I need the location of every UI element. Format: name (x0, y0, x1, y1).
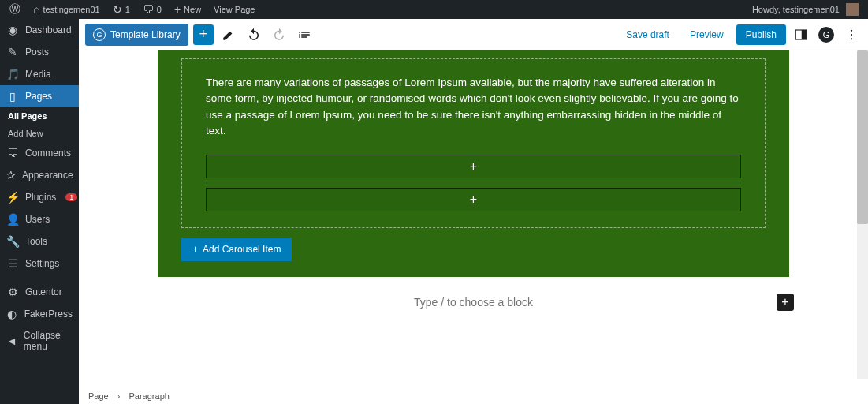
howdy-user[interactable]: Howdy, testingemen01 (747, 3, 863, 16)
user-icon: 👤 (6, 213, 19, 226)
document-outline-button[interactable] (294, 24, 315, 45)
carousel-text: There are many variations of passages of… (206, 75, 741, 139)
carousel-block[interactable]: There are many variations of passages of… (158, 50, 789, 277)
sidebar-item-media[interactable]: 🎵Media (0, 63, 79, 85)
pin-icon: ✎ (6, 46, 19, 58)
admin-sidebar: ◉Dashboard ✎Posts 🎵Media ▯Pages All Page… (0, 19, 79, 404)
paragraph-placeholder: Type / to choose a block (158, 291, 789, 313)
gutentor-icon: ⚙ (6, 286, 19, 298)
page-icon: ▯ (6, 90, 19, 103)
add-carousel-item-button[interactable]: + Add Carousel Item (181, 238, 292, 261)
view-page-link[interactable]: View Page (209, 5, 259, 14)
media-icon: 🎵 (6, 68, 19, 80)
preview-button[interactable]: Preview (682, 24, 732, 45)
svg-point-2 (851, 29, 852, 31)
comment-icon: 🗨 (143, 3, 154, 16)
undo-icon (247, 28, 261, 42)
carousel-body: There are many variations of passages of… (181, 58, 766, 228)
sidebar-item-fakerpress[interactable]: ◐FakerPress (0, 303, 79, 325)
sliders-icon: ☰ (6, 257, 19, 270)
refresh-item[interactable]: ↻1 (108, 3, 135, 16)
list-icon (297, 28, 311, 42)
editor: G Template Library + Save draft Preview … (79, 19, 868, 404)
dashboard-icon: ◉ (6, 24, 19, 36)
brush-icon: ✰ (6, 169, 16, 181)
svg-point-4 (851, 38, 852, 39)
redo-icon (272, 28, 286, 42)
admin-bar: ⓦ ⌂testingemen01 ↻1 🗨0 +New View Page Ho… (0, 0, 868, 19)
plus-icon: + (199, 26, 207, 43)
template-icon: G (93, 28, 106, 41)
sidebar-item-gutentor[interactable]: ⚙Gutentor (0, 281, 79, 303)
site-name: testingemen01 (43, 5, 99, 14)
plug-icon: ⚡ (6, 191, 19, 204)
more-options-button[interactable] (841, 24, 862, 45)
breadcrumb-current[interactable]: Paragraph (129, 391, 170, 401)
gutentor-toolbar-icon: G (818, 27, 834, 43)
chevron-right-icon: › (117, 391, 121, 401)
toolbar-left: G Template Library + (85, 24, 315, 46)
plus-icon: + (781, 295, 788, 309)
sidebar-item-comments[interactable]: 🗨Comments (0, 142, 79, 164)
new-item[interactable]: +New (170, 3, 206, 16)
site-name-link[interactable]: ⌂testingemen01 (28, 3, 105, 16)
gutentor-button[interactable]: G (816, 24, 836, 45)
plus-icon: + (192, 244, 198, 255)
comments-count: 0 (157, 5, 162, 14)
sidebar-subitem-all-pages[interactable]: All Pages (0, 107, 79, 125)
sidebar-item-plugins[interactable]: ⚡Plugins1 (0, 186, 79, 208)
admin-bar-right: Howdy, testingemen01 (747, 3, 863, 16)
avatar-icon (846, 3, 859, 16)
sidebar-item-appearance[interactable]: ✰Appearance (0, 164, 79, 186)
wrench-icon: 🔧 (6, 235, 19, 248)
editor-canvas[interactable]: There are many variations of passages of… (79, 50, 868, 404)
scrollbar[interactable] (857, 50, 868, 379)
sidebar-collapse[interactable]: ◄Collapse menu (0, 325, 79, 357)
sidebar-item-settings[interactable]: ☰Settings (0, 252, 79, 275)
plus-icon: + (174, 3, 181, 16)
collapse-icon: ◄ (6, 335, 17, 347)
save-draft-button[interactable]: Save draft (618, 24, 677, 45)
settings-sidebar-button[interactable] (791, 24, 811, 45)
new-label: New (184, 5, 201, 14)
wp-logo[interactable]: ⓦ (5, 2, 25, 17)
block-breadcrumb: Page › Paragraph (85, 391, 173, 401)
publish-button[interactable]: Publish (736, 24, 786, 45)
drop-zone-1[interactable]: + (206, 155, 741, 178)
sidebar-icon (794, 28, 808, 42)
pencil-icon (222, 28, 236, 42)
refresh-count: 1 (125, 5, 130, 14)
wordpress-icon: ⓦ (9, 2, 20, 17)
plus-icon: + (470, 193, 477, 207)
scroll-thumb[interactable] (857, 50, 868, 224)
edit-mode-button[interactable] (218, 24, 239, 45)
undo-button[interactable] (244, 24, 264, 45)
add-block-button[interactable]: + (193, 24, 214, 45)
svg-rect-1 (802, 30, 807, 39)
svg-point-3 (851, 33, 852, 35)
canvas-inner: There are many variations of passages of… (79, 50, 868, 313)
admin-bar-left: ⓦ ⌂testingemen01 ↻1 🗨0 +New View Page (5, 2, 259, 17)
home-icon: ⌂ (33, 3, 39, 16)
paragraph-block[interactable]: Type / to choose a block + (158, 291, 789, 313)
toolbar-right: Save draft Preview Publish G (618, 24, 862, 45)
comments-item[interactable]: 🗨0 (138, 3, 166, 16)
sidebar-item-users[interactable]: 👤Users (0, 208, 79, 230)
kebab-icon (844, 28, 859, 42)
refresh-icon: ↻ (113, 3, 122, 16)
redo-button[interactable] (269, 24, 289, 45)
fakerpress-icon: ◐ (6, 308, 18, 320)
sidebar-item-pages[interactable]: ▯Pages (0, 85, 79, 107)
plugin-update-badge: 1 (65, 193, 77, 201)
sidebar-subitem-add-new[interactable]: Add New (0, 125, 79, 142)
sidebar-item-dashboard[interactable]: ◉Dashboard (0, 19, 79, 41)
plus-icon: + (470, 159, 477, 174)
sidebar-item-posts[interactable]: ✎Posts (0, 41, 79, 63)
sidebar-item-tools[interactable]: 🔧Tools (0, 230, 79, 252)
template-library-button[interactable]: G Template Library (85, 24, 188, 46)
editor-toolbar: G Template Library + Save draft Preview … (79, 19, 868, 50)
comments-icon: 🗨 (6, 147, 19, 159)
breadcrumb-root[interactable]: Page (88, 391, 109, 401)
drop-zone-2[interactable]: + (206, 188, 741, 211)
inline-add-button[interactable]: + (777, 294, 794, 311)
